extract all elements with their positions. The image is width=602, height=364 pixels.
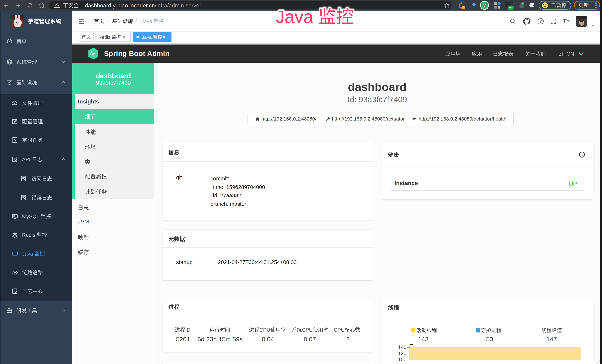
svg-text:on: on — [509, 6, 512, 9]
svg-text:1: 1 — [463, 6, 464, 9]
svg-text:y: y — [483, 3, 486, 8]
